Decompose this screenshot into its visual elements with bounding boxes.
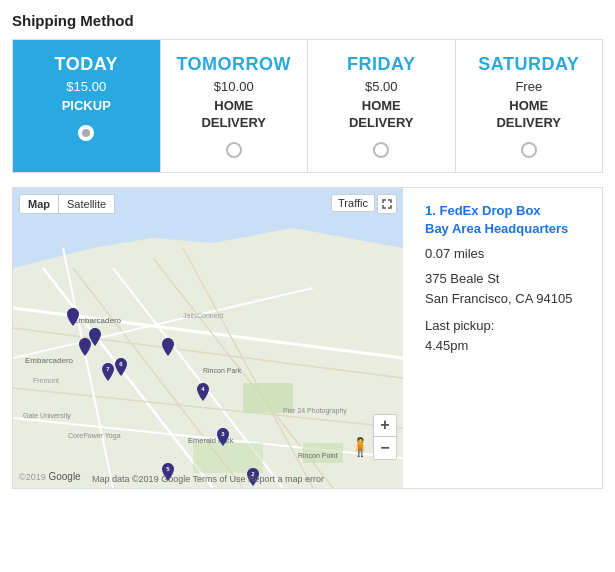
radio-saturday[interactable] xyxy=(521,142,537,158)
svg-text:Embarcadero: Embarcadero xyxy=(73,316,122,325)
svg-text:Fremont: Fremont xyxy=(33,377,59,384)
radio-tomorrow[interactable] xyxy=(226,142,242,158)
google-brand: ©2019 Google xyxy=(19,471,81,482)
traffic-button[interactable]: Traffic xyxy=(331,194,375,212)
svg-text:Emerald Park: Emerald Park xyxy=(188,436,234,445)
map-container: Map Satellite Traffic xyxy=(13,188,403,488)
card-day-saturday: SATURDAY xyxy=(466,54,593,75)
map-tab-satellite[interactable]: Satellite xyxy=(59,195,114,213)
card-method-today: PICKUP xyxy=(23,98,150,115)
map-tabs: Map Satellite xyxy=(19,194,115,214)
location-pickup: Last pickup: 4.45pm xyxy=(425,316,590,355)
card-day-today: TODAY xyxy=(23,54,150,75)
zoom-in-button[interactable]: + xyxy=(374,415,396,437)
svg-text:Gate University: Gate University xyxy=(23,412,71,420)
shipping-card-tomorrow[interactable]: TOMORROW$10.00HOMEDELIVERY xyxy=(161,40,309,172)
svg-text:JailsConnect: JailsConnect xyxy=(183,312,223,319)
card-method-saturday: HOMEDELIVERY xyxy=(466,98,593,132)
svg-text:CorePower Yoga: CorePower Yoga xyxy=(68,432,121,440)
location-address: 375 Beale St San Francisco, CA 94105 xyxy=(425,269,590,308)
zoom-controls: + − xyxy=(373,414,397,460)
zoom-out-button[interactable]: − xyxy=(374,437,396,459)
pegman-icon[interactable]: 🧍 xyxy=(349,436,371,458)
card-day-friday: FRIDAY xyxy=(318,54,445,75)
map-tab-map[interactable]: Map xyxy=(20,195,58,213)
shipping-card-today[interactable]: TODAY$15.00PICKUP xyxy=(13,40,161,172)
shipping-card-saturday[interactable]: SATURDAYFreeHOMEDELIVERY xyxy=(456,40,603,172)
card-method-tomorrow: HOMEDELIVERY xyxy=(171,98,298,132)
svg-text:Embarcadero: Embarcadero xyxy=(25,356,74,365)
location-name: 1. FedEx Drop Box Bay Area Headquarters xyxy=(425,202,590,238)
card-price-today: $15.00 xyxy=(23,79,150,94)
card-price-saturday: Free xyxy=(466,79,593,94)
svg-text:Pier 24 Photography: Pier 24 Photography xyxy=(283,407,347,415)
location-info-panel: 1. FedEx Drop Box Bay Area Headquarters … xyxy=(413,188,602,488)
radio-today[interactable] xyxy=(78,125,94,141)
shipping-card-friday[interactable]: FRIDAY$5.00HOMEDELIVERY xyxy=(308,40,456,172)
shipping-cards-container: TODAY$15.00PICKUPTOMORROW$10.00HOMEDELIV… xyxy=(12,39,603,173)
card-day-tomorrow: TOMORROW xyxy=(171,54,298,75)
card-price-friday: $5.00 xyxy=(318,79,445,94)
svg-text:Rincon Park: Rincon Park xyxy=(203,367,242,374)
map-section: Map Satellite Traffic xyxy=(12,187,603,489)
map-credits: Map data ©2019 Google Terms of Use Repor… xyxy=(92,474,324,484)
card-method-friday: HOMEDELIVERY xyxy=(318,98,445,132)
radio-friday[interactable] xyxy=(373,142,389,158)
fullscreen-button[interactable] xyxy=(377,194,397,214)
page-title: Shipping Method xyxy=(12,12,603,29)
card-price-tomorrow: $10.00 xyxy=(171,79,298,94)
svg-rect-15 xyxy=(193,443,263,473)
location-distance: 0.07 miles xyxy=(425,246,590,261)
svg-text:Rincon Point: Rincon Point xyxy=(298,452,338,459)
